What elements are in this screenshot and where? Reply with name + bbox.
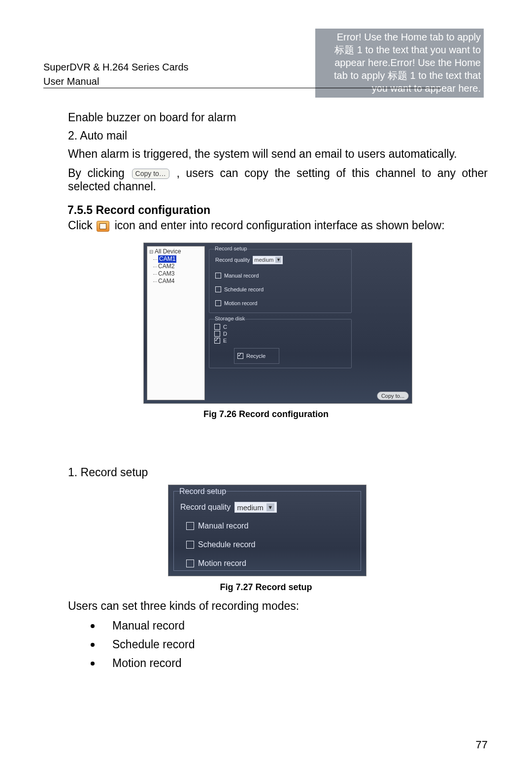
fig726-right-panel: Record setup Record quality medium ▼ Man… [209,246,409,389]
manual-record-row: Manual record [215,270,259,281]
disk-e-label: E [223,338,227,344]
bullet-label: Motion record [112,657,182,670]
tree-item-cam4[interactable]: CAM4 [158,278,202,285]
fig-7-26-caption: Fig 7.26 Record configuration [0,409,532,420]
header-error-box: Error! Use the Home tab to apply 标题 1 to… [315,29,484,98]
manual-record-checkbox[interactable] [215,273,221,279]
record-quality-value: medium [254,257,273,263]
recycle-row: Recycle [237,351,266,361]
header-error-line: appear here.Error! Use the Home [318,56,481,69]
body-text: 2. Auto mail [68,129,127,142]
fig-7-27-caption: Fig 7.27 Record setup [0,582,532,593]
tree-item-cam1[interactable]: CAM1 [158,255,202,263]
text-fragment: Click [68,219,96,232]
page-number: 77 [476,738,488,751]
record-setup-legend-large: Record setup [177,487,228,496]
tree-item-label: CAM2 [158,263,174,270]
bullet-icon [91,662,95,666]
motion-record-checkbox[interactable] [215,300,221,306]
motion-record-checkbox-large[interactable] [186,560,194,567]
disk-d-label: D [223,331,227,337]
motion-record-row-large: Motion record [186,559,246,568]
schedule-record-checkbox-large[interactable] [186,541,194,549]
storage-disk-legend: Storage disk [213,316,246,321]
header-product-line: SuperDVR & H.264 Series Cards [43,62,189,73]
manual-record-label-large: Manual record [198,522,248,530]
header-error-line: 标题 1 to the text that you want to [318,43,481,56]
disk-c-checkbox[interactable] [214,324,220,330]
header-rule [43,88,441,88]
motion-record-label-large: Motion record [198,559,246,568]
document-page: Error! Use the Home tab to apply 标题 1 to… [0,0,532,772]
bullet-item: Schedule record [88,638,195,651]
record-config-icon[interactable] [97,221,109,232]
manual-record-label: Manual record [224,273,259,279]
header-error-line: Error! Use the Home tab to apply [318,31,481,43]
recycle-label: Recycle [246,353,266,359]
bullet-item: Motion record [88,657,182,670]
bullet-label: Manual record [112,619,185,632]
chevron-down-icon: ▼ [275,257,281,263]
disk-c-label: C [223,324,227,330]
text-fragment: icon and enter into record configuration… [115,219,445,232]
schedule-record-checkbox[interactable] [215,286,221,292]
body-text: Enable buzzer on board for alarm [68,111,236,124]
body-text-record-icon: Click icon and enter into record configu… [68,219,488,232]
tree-root[interactable]: All Device [149,248,202,255]
body-text: Users can set three kinds of recording m… [68,599,299,613]
device-tree[interactable]: All Device CAM1 CAM2 CAM3 CAM4 [147,246,205,400]
record-quality-label-large: Record quality [180,503,231,512]
schedule-record-row: Schedule record [215,284,264,295]
record-quality-row: Record quality medium ▼ [215,254,283,265]
schedule-record-label: Schedule record [224,286,264,292]
bullet-icon [91,624,95,628]
copy-to-inline-button[interactable]: Copy to… [132,169,169,179]
record-quality-row-large: Record quality medium ▼ [180,502,277,513]
record-setup-fieldset: Record setup Record quality medium ▼ Man… [209,249,352,313]
disk-row-e: E [214,337,227,344]
schedule-record-row-large: Schedule record [186,540,256,549]
header-subtitle: User Manual [43,76,99,87]
tree-item-label: CAM3 [158,270,174,277]
disk-e-checkbox[interactable] [214,338,220,344]
body-text: When alarm is triggered, the system will… [68,147,488,161]
disk-list: C D E [214,323,227,344]
fig-7-26-record-configuration: All Device CAM1 CAM2 CAM3 CAM4 Record se… [143,243,412,404]
bullet-item: Manual record [88,619,185,632]
copy-to-button[interactable]: Copy to... [377,391,409,400]
storage-disk-fieldset: Storage disk C D E [209,319,352,368]
body-text-copyto: By clicking Copy to… , users can copy th… [68,167,488,193]
tree-item-cam2[interactable]: CAM2 [158,263,202,270]
motion-record-row: Motion record [215,298,257,309]
tree-item-label: CAM1 [158,255,176,263]
schedule-record-label-large: Schedule record [198,540,256,549]
bullet-label: Schedule record [112,638,195,651]
fig-7-27-record-setup: Record setup Record quality medium ▼ Man… [168,485,366,576]
text-fragment: By clicking [68,167,131,179]
chevron-down-icon: ▼ [266,503,274,511]
record-quality-value-large: medium [237,503,263,512]
disk-row-c: C [214,323,227,330]
record-quality-dropdown-large[interactable]: medium ▼ [234,502,276,513]
recycle-box: Recycle [234,348,279,364]
tree-item-cam3[interactable]: CAM3 [158,270,202,278]
manual-record-row-large: Manual record [186,522,248,530]
header-error-line: tab to apply 标题 1 to the text that [318,69,481,82]
recycle-checkbox[interactable] [237,353,243,359]
header-error-line: you want to appear here. [318,82,481,95]
bullet-icon [91,643,95,647]
section-heading: 7.5.5 Record configuration [67,204,210,217]
record-setup-legend: Record setup [213,246,248,251]
body-text: 1. Record setup [68,466,148,479]
manual-record-checkbox-large[interactable] [186,522,194,530]
tree-item-label: CAM4 [158,278,174,284]
motion-record-label: Motion record [224,300,257,306]
record-quality-dropdown[interactable]: medium ▼ [253,256,283,264]
record-quality-label: Record quality [215,257,250,263]
